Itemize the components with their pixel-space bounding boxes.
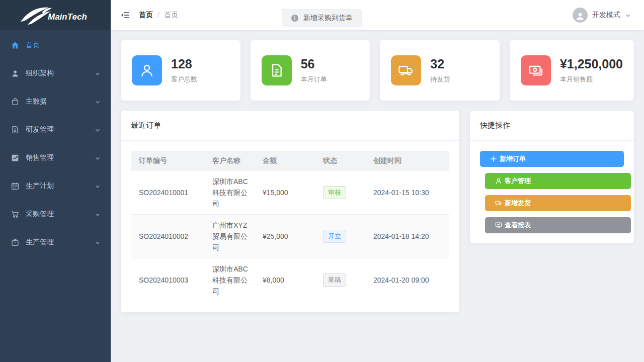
stat-card-customers: 128 客户总数	[121, 40, 240, 101]
stat-value: 32	[430, 57, 450, 71]
sidebar-item-label: 生产管理	[26, 238, 95, 247]
breadcrumb-separator: /	[157, 11, 159, 19]
chevron-down-icon	[95, 99, 101, 105]
sidebar-item-master-data[interactable]: 主数据	[0, 87, 111, 116]
report-icon	[495, 222, 502, 229]
document-icon	[262, 55, 292, 85]
cell-created: 2024-01-18 14:20	[367, 215, 449, 258]
table-row: SO2024010002 广州市XYZ贸易有限公司 ¥25,000 开立 202…	[131, 215, 449, 258]
customer-management-button[interactable]: 客户管理	[485, 173, 631, 189]
view-reports-button[interactable]: 查看报表	[485, 217, 631, 233]
quick-actions-title: 快捷操作	[470, 111, 634, 141]
stat-card-monthly-orders: 56 本月订单	[251, 40, 370, 101]
new-order-button[interactable]: 新增订单	[480, 151, 624, 167]
chevron-down-icon	[95, 183, 101, 189]
stat-value: ¥1,250,000	[560, 57, 623, 71]
add-purchase-arrival-label: 新增采购到货单	[303, 14, 353, 23]
stat-label: 待发货	[430, 75, 450, 84]
sidebar-item-label: 研发管理	[26, 125, 95, 134]
user-icon	[10, 68, 20, 78]
user-icon	[495, 177, 502, 185]
money-icon	[521, 55, 551, 85]
sidebar-item-production-management[interactable]: 生产管理	[0, 228, 111, 256]
table-row: SO2024010003 深圳市ABC科技有限公司 ¥8,000 草稿 2024…	[131, 258, 449, 302]
chevron-down-icon	[95, 127, 101, 133]
sidebar-menu: 首页 组织架构 主数据 研发管理	[0, 30, 111, 256]
truck-icon	[391, 55, 421, 85]
content: 128 客户总数 56 本月订单	[111, 30, 644, 362]
cell-customer: 深圳市ABC科技有限公司	[206, 171, 257, 215]
cell-amount: ¥25,000	[257, 215, 317, 258]
home-icon	[10, 40, 20, 50]
table-row: SO2024010001 深圳市ABC科技有限公司 ¥15,000 审核 202…	[131, 171, 449, 215]
cell-customer: 广州市XYZ贸易有限公司	[206, 215, 257, 258]
sidebar-item-home[interactable]: 首页	[0, 31, 111, 59]
sidebar-item-label: 生产计划	[26, 182, 95, 191]
cell-customer: 深圳市ABC科技有限公司	[206, 258, 257, 302]
cell-order-no: SO2024010003	[131, 258, 206, 302]
box-icon	[10, 237, 20, 247]
person-icon	[575, 11, 585, 21]
recent-orders-card: 最近订单 订单编号 客户名称 金额 状态 创建时间	[121, 111, 459, 312]
quick-action-label: 新增订单	[500, 154, 526, 163]
column-header-amount: 金额	[257, 151, 317, 171]
orders-table-header-row: 订单编号 客户名称 金额 状态 创建时间	[131, 151, 449, 171]
cell-amount: ¥15,000	[257, 171, 317, 215]
breadcrumb: 首页 / 首页	[139, 11, 178, 20]
column-header-created: 创建时间	[367, 151, 449, 171]
user-name: 开发模式	[592, 11, 620, 20]
breadcrumb-root[interactable]: 首页	[139, 11, 153, 20]
stat-label: 本月订单	[301, 75, 327, 84]
stat-label: 客户总数	[171, 75, 197, 84]
cart-icon	[10, 209, 20, 219]
chevron-down-icon	[95, 155, 101, 161]
stat-value: 56	[301, 57, 327, 71]
sidebar-item-label: 主数据	[26, 97, 95, 106]
quick-action-label: 客户管理	[505, 176, 531, 186]
chevron-down-icon	[95, 239, 101, 245]
chevron-down-icon	[95, 70, 101, 76]
avatar	[573, 8, 588, 23]
sidebar-item-purchase-management[interactable]: 采购管理	[0, 200, 111, 228]
add-purchase-arrival-button[interactable]: 新增采购到货单	[282, 9, 362, 27]
sidebar: MainTech 首页 组织架构 主数据	[0, 0, 111, 362]
truck-icon	[495, 200, 502, 207]
main-area: 首页 / 首页 新增采购到货单 开发模式	[111, 0, 644, 362]
user-icon	[132, 55, 162, 85]
sidebar-item-production-plan[interactable]: 生产计划	[0, 172, 111, 200]
app-root: MainTech 首页 组织架构 主数据	[0, 0, 644, 362]
status-badge: 草稿	[323, 274, 346, 287]
status-badge: 审核	[323, 186, 346, 199]
chart-icon	[10, 153, 20, 163]
sidebar-collapse-button[interactable]	[119, 9, 132, 22]
column-header-status: 状态	[317, 151, 367, 171]
sidebar-item-organization[interactable]: 组织架构	[0, 59, 111, 87]
cell-status: 开立	[317, 215, 367, 258]
sidebar-item-sales-management[interactable]: 销售管理	[0, 144, 111, 172]
orders-table: 订单编号 客户名称 金额 状态 创建时间 SO2024010001	[131, 151, 449, 302]
cell-order-no: SO2024010002	[131, 215, 206, 258]
sidebar-item-label: 采购管理	[26, 210, 95, 219]
sidebar-item-rd-management[interactable]: 研发管理	[0, 116, 111, 144]
user-menu[interactable]: 开发模式	[573, 8, 636, 23]
topbar: 首页 / 首页 新增采购到货单 开发模式	[111, 0, 644, 30]
quick-actions-card: 快捷操作 新增订单 客户管理 新增发货	[470, 111, 634, 243]
stat-card-pending-shipment: 32 待发货	[380, 40, 500, 101]
stat-value: 128	[171, 57, 197, 71]
cell-status: 审核	[317, 171, 367, 215]
stat-card-monthly-sales: ¥1,250,000 本月销售额	[510, 40, 634, 101]
info-icon	[291, 14, 299, 22]
cell-created: 2024-01-15 10:30	[367, 171, 449, 215]
sidebar-item-label: 销售管理	[26, 153, 95, 162]
status-badge: 开立	[323, 230, 346, 243]
cell-amount: ¥8,000	[257, 258, 317, 302]
new-shipment-button[interactable]: 新增发货	[485, 195, 631, 211]
sidebar-item-label: 首页	[26, 41, 101, 50]
brand-logo: MainTech	[0, 0, 111, 30]
cell-created: 2024-01-20 09:00	[367, 258, 449, 302]
chevron-down-icon	[625, 12, 631, 18]
column-header-order-no: 订单编号	[131, 151, 206, 171]
cell-order-no: SO2024010001	[131, 171, 206, 215]
quick-action-label: 新增发货	[505, 199, 531, 208]
recent-orders-title: 最近订单	[121, 111, 459, 141]
